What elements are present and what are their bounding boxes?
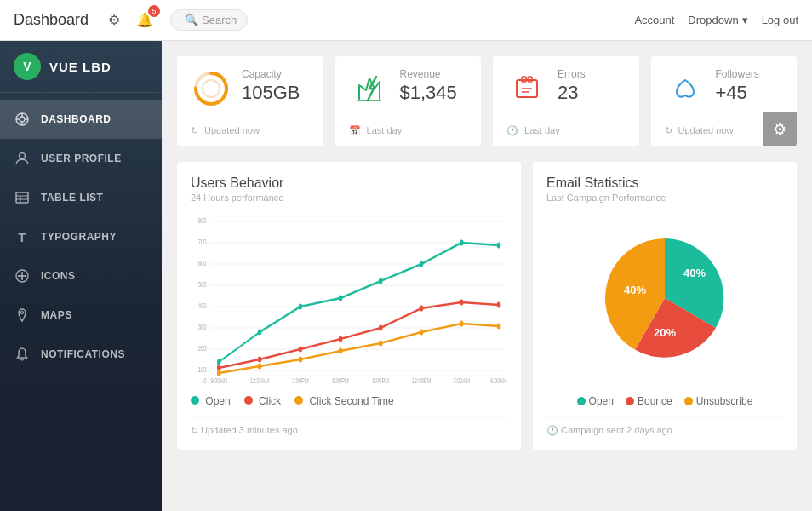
dropdown-button[interactable]: Dropdown ▾ <box>688 14 747 26</box>
capacity-icon <box>191 68 232 109</box>
maps-icon <box>14 307 31 324</box>
main-content: Capacity 105GB ↻ Updated now <box>162 41 812 511</box>
search-icon: 🔍 <box>185 14 198 26</box>
legend-unsubscribe: Unsubscribe <box>684 395 753 407</box>
capacity-footer: ↻ Updated now <box>191 118 310 136</box>
errors-icon <box>506 68 547 109</box>
refresh-icon: ↻ <box>665 125 672 135</box>
svg-point-14 <box>18 275 20 277</box>
svg-rect-7 <box>16 192 28 203</box>
legend-open: Open <box>191 395 231 407</box>
users-behavior-title: Users Behavior <box>191 175 507 191</box>
sidebar-item-label: Notifications <box>41 348 125 360</box>
svg-text:800: 800 <box>198 216 207 226</box>
email-stats-card: Email Statistics Last Campaign Performan… <box>533 162 797 450</box>
revenue-value: $1,345 <box>400 82 468 104</box>
svg-point-63 <box>379 325 383 331</box>
chart-legend: Open Click Click Second Time <box>191 395 507 407</box>
page-title: Dashboard <box>14 11 89 29</box>
svg-point-60 <box>258 357 262 363</box>
gear-overlay-button[interactable]: ⚙ <box>763 112 797 146</box>
svg-text:3:00AM: 3:00AM <box>453 376 469 383</box>
sidebar-item-table-list[interactable]: Table List <box>0 178 162 217</box>
svg-point-54 <box>339 296 343 301</box>
svg-point-67 <box>217 370 221 376</box>
user-icon <box>14 150 31 167</box>
refresh-icon: ↻ <box>191 425 198 435</box>
sidebar-item-maps[interactable]: Maps <box>0 296 162 335</box>
svg-text:40%: 40% <box>683 267 706 279</box>
svg-text:40%: 40% <box>624 284 646 296</box>
main-layout: V VUE LBD Dashboard <box>0 41 812 511</box>
capacity-value: 105GB <box>242 82 310 104</box>
followers-value: +45 <box>716 82 784 104</box>
settings-icon[interactable]: ⚙ <box>102 9 126 32</box>
pie-chart: 40% 20% 40% <box>546 213 783 383</box>
revenue-footer: 📅 Last day <box>349 118 468 136</box>
svg-point-56 <box>420 261 424 267</box>
legend-click-second: Click Second Time <box>294 395 394 407</box>
charts-row: Users Behavior 24 Hours performance 800 … <box>177 162 797 450</box>
sidebar-item-label: Typography <box>41 231 117 243</box>
svg-text:400: 400 <box>198 301 207 311</box>
svg-text:12:00AM: 12:00AM <box>250 376 270 383</box>
sidebar-item-dashboard[interactable]: Dashboard <box>0 100 162 139</box>
svg-text:300: 300 <box>198 323 207 332</box>
followers-icon <box>665 68 706 109</box>
sidebar: V VUE LBD Dashboard <box>0 41 162 511</box>
svg-point-52 <box>258 330 262 336</box>
svg-point-66 <box>497 302 501 308</box>
sidebar-item-label: User Profile <box>41 152 122 164</box>
sidebar-logo: V VUE LBD <box>0 41 162 93</box>
sidebar-item-notifications[interactable]: Notifications <box>0 335 162 374</box>
account-link[interactable]: Account <box>634 14 674 26</box>
svg-point-62 <box>339 336 343 342</box>
email-stats-footer: 🕐 Campaign sent 2 days ago <box>546 417 783 436</box>
calendar-icon: 📅 <box>349 125 361 135</box>
email-stats-title: Email Statistics <box>546 175 783 191</box>
sidebar-item-label: Icons <box>41 270 76 282</box>
svg-point-71 <box>379 341 383 347</box>
sidebar-item-label: Maps <box>41 309 72 321</box>
revenue-label: Revenue <box>400 68 468 80</box>
svg-text:9:00PM: 9:00PM <box>372 376 388 383</box>
errors-label: Errors <box>558 68 626 80</box>
search-box[interactable]: 🔍 Search <box>170 9 248 31</box>
sidebar-nav: Dashboard User Profile <box>0 100 162 374</box>
logout-link[interactable]: Log out <box>762 14 798 26</box>
svg-point-69 <box>299 357 303 363</box>
sidebar-item-label: Table List <box>41 192 103 204</box>
svg-point-65 <box>460 300 464 306</box>
sidebar-item-user-profile[interactable]: User Profile <box>0 139 162 178</box>
dashboard-icon <box>14 111 31 128</box>
svg-point-1 <box>20 117 25 122</box>
nav-icons: ⚙ 🔔 <box>102 9 157 32</box>
legend-bounce: Bounce <box>626 395 672 407</box>
table-icon <box>14 189 31 206</box>
svg-point-20 <box>203 80 220 97</box>
capacity-label: Capacity <box>242 68 310 80</box>
sidebar-item-typography[interactable]: T Typography <box>0 217 162 256</box>
errors-value: 23 <box>558 82 626 104</box>
revenue-icon <box>349 68 390 109</box>
errors-footer: 🕐 Last day <box>506 118 626 136</box>
notifications-icon[interactable]: 🔔 <box>133 9 157 32</box>
svg-text:6:00AM: 6:00AM <box>490 376 506 383</box>
chevron-down-icon: ▾ <box>742 14 748 26</box>
svg-text:9:00AM: 9:00AM <box>211 376 227 383</box>
svg-text:100: 100 <box>198 365 207 375</box>
svg-point-68 <box>258 364 262 370</box>
svg-point-70 <box>339 348 343 354</box>
svg-point-17 <box>21 278 23 280</box>
sidebar-item-icons[interactable]: Icons <box>0 256 162 296</box>
svg-text:12:00PM: 12:00PM <box>412 376 432 383</box>
search-label: Search <box>202 14 237 26</box>
icons-icon <box>14 267 31 284</box>
users-behavior-card: Users Behavior 24 Hours performance 800 … <box>177 162 521 450</box>
svg-text:600: 600 <box>198 259 207 268</box>
top-nav: Dashboard ⚙ 🔔 🔍 Search Account Dropdown … <box>0 0 812 41</box>
svg-point-72 <box>420 330 424 336</box>
legend-open: Open <box>577 395 614 407</box>
svg-point-18 <box>21 312 24 314</box>
svg-point-55 <box>379 278 383 284</box>
